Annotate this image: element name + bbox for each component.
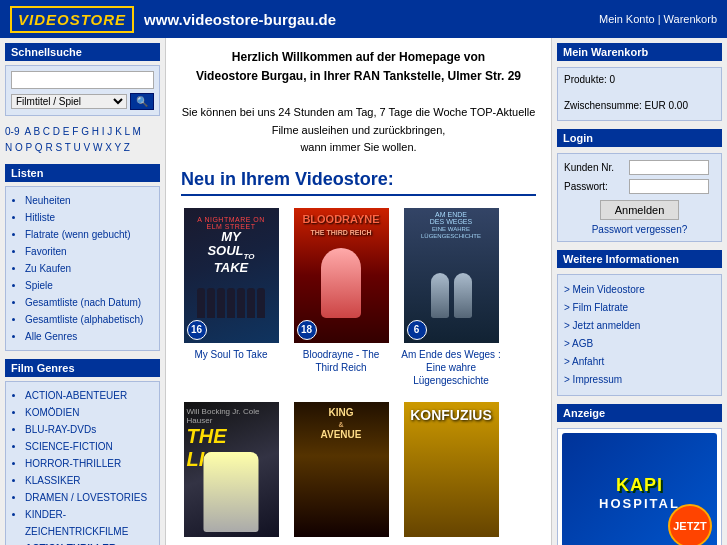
- search-row: Filmtitel / Spiel 🔍: [11, 93, 154, 110]
- jetzt-anmelden-link[interactable]: > Jetzt anmelden: [564, 317, 715, 335]
- anzeige-title: Anzeige: [557, 404, 722, 422]
- kunden-label: Kunden Nr.: [564, 162, 629, 173]
- schnellsuche-title: Schnellsuche: [5, 43, 160, 61]
- kunden-input[interactable]: [629, 160, 709, 175]
- movie-item-mysoul[interactable]: A NIGHTMARE ON ELM STREET MYSOULTOTAKE 1…: [181, 208, 281, 387]
- movie-poster-kinga: KING&AVENUE: [294, 402, 389, 537]
- movie-poster-konfuzius: KONFUZIUS: [404, 402, 499, 537]
- movie-poster-thelist: Will Bocking Jr. Cole Hauser THELIST: [184, 402, 279, 537]
- movie-item-amende[interactable]: AM ENDEDES WEGESEINE WAHRELÜGENGESCHICHT…: [401, 208, 501, 387]
- passwort-row: Passwort:: [564, 179, 715, 194]
- alpha-row1: 0-9 A B C D E F G H I J K L M: [5, 124, 160, 140]
- logo-area: VIDEOSTORE www.videostore-burgau.de: [10, 6, 336, 33]
- welcome-line2: Videostore Burgau, in Ihrer RAN Tankstel…: [196, 69, 521, 83]
- movie-row-1: A NIGHTMARE ON ELM STREET MYSOULTOTAKE 1…: [181, 208, 536, 387]
- header: VIDEOSTORE www.videostore-burgau.de Mein…: [0, 0, 727, 38]
- main-content: Herzlich Willkommen auf der Homepage von…: [165, 38, 552, 545]
- passwort-vergessen: Passwort vergessen?: [564, 224, 715, 235]
- list-item: Alle Genres: [25, 328, 154, 345]
- fsk-badge: 6: [407, 320, 427, 340]
- list-item: Spiele: [25, 277, 154, 294]
- movie-item-bloodrayne[interactable]: BLOODRAYNE THE THIRD REICH 18 Bloodrayne…: [291, 208, 391, 387]
- list-item: Flatrate (wenn gebucht): [25, 226, 154, 243]
- list-item: Zu Kaufen: [25, 260, 154, 277]
- movie-title: Am Ende des Weges : Eine wahre Lügengesc…: [401, 348, 501, 387]
- anfahrt-link[interactable]: > Anfahrt: [564, 353, 715, 371]
- logo: VIDEOSTORE: [10, 6, 134, 33]
- search-type-select[interactable]: Filmtitel / Spiel: [11, 94, 127, 109]
- layout: Schnellsuche Filmtitel / Spiel 🔍 0-9 A B…: [0, 38, 727, 545]
- film-flatrate-link[interactable]: > Film Flatrate: [564, 299, 715, 317]
- alpha-links: 0-9 A B C D E F G H I J K L M N O P Q R …: [5, 124, 160, 156]
- list-item: KINDER-ZEICHENTRICKFILME: [25, 506, 154, 540]
- warenkorb-header-link[interactable]: Warenkorb: [664, 13, 717, 25]
- list-item: DRAMEN / LOVESTORIES: [25, 489, 154, 506]
- movie-row-2: Will Bocking Jr. Cole Hauser THELIST KIN…: [181, 402, 536, 542]
- passwort-input[interactable]: [629, 179, 709, 194]
- weitere-title: Weitere Informationen: [557, 250, 722, 268]
- zwischensumme-value: EUR 0.00: [645, 100, 688, 111]
- agb-link[interactable]: > AGB: [564, 335, 715, 353]
- list-item: ACTION-ABENTEUER: [25, 387, 154, 404]
- warenkorb-title: Mein Warenkorb: [557, 43, 722, 61]
- passwort-label: Passwort:: [564, 181, 629, 192]
- list-item: SCIENCE-FICTION: [25, 438, 154, 455]
- mein-konto-link[interactable]: Mein Konto: [599, 13, 655, 25]
- produkte-label: Produkte:: [564, 74, 607, 85]
- search-input[interactable]: [11, 71, 154, 89]
- movie-poster-amende: AM ENDEDES WEGESEINE WAHRELÜGENGESCHICHT…: [404, 208, 499, 343]
- welcome-body2: wann immer Sie wollen.: [300, 141, 416, 153]
- zwischensumme-label: Zwischensumme:: [564, 100, 642, 111]
- alpha-row2: N O P Q R S T U V W X Y Z: [5, 140, 160, 156]
- list-item: HORROR-THRILLER: [25, 455, 154, 472]
- login-title: Login: [557, 129, 722, 147]
- genres-title: Film Genres: [5, 359, 160, 377]
- list-item: Favoriten: [25, 243, 154, 260]
- site-url: www.videostore-burgau.de: [144, 11, 336, 28]
- list-item: Hitliste: [25, 209, 154, 226]
- movie-item-konfuzius[interactable]: KONFUZIUS: [401, 402, 501, 542]
- listen-title: Listen: [5, 164, 160, 182]
- weitere-links: > Mein Videostore > Film Flatrate > Jetz…: [564, 281, 715, 389]
- movie-title: My Soul To Take: [194, 348, 267, 361]
- movie-poster-mysoul: A NIGHTMARE ON ELM STREET MYSOULTOTAKE 1…: [184, 208, 279, 343]
- listen-list: Neuheiten Hitliste Flatrate (wenn gebuch…: [25, 192, 154, 345]
- weitere-box: > Mein Videostore > Film Flatrate > Jetz…: [557, 274, 722, 396]
- produkte-row: Produkte: 0: [564, 74, 715, 85]
- anzeige-box: KAPI HOSPITAL JETZT: [557, 428, 722, 545]
- hospital-text: HOSPITAL: [599, 496, 680, 511]
- left-sidebar: Schnellsuche Filmtitel / Spiel 🔍 0-9 A B…: [0, 38, 165, 545]
- list-item: KOMÖDIEN: [25, 404, 154, 421]
- movie-item-thelist[interactable]: Will Bocking Jr. Cole Hauser THELIST: [181, 402, 281, 542]
- header-links: Mein Konto | Warenkorb: [599, 13, 717, 25]
- kapi-text: KAPI: [616, 475, 663, 496]
- listen-box: Neuheiten Hitliste Flatrate (wenn gebuch…: [5, 186, 160, 351]
- schnellsuche-box: Filmtitel / Spiel 🔍: [5, 65, 160, 116]
- neu-heading: Neu in Ihrem Videostore:: [181, 169, 536, 196]
- list-item: Gesamtliste (alphabetisch): [25, 311, 154, 328]
- right-sidebar: Mein Warenkorb Produkte: 0 Zwischensumme…: [552, 38, 727, 545]
- movie-item-kinga[interactable]: KING&AVENUE: [291, 402, 391, 542]
- impressum-link[interactable]: > Impressum: [564, 371, 715, 389]
- warenkorb-box: Produkte: 0 Zwischensumme: EUR 0.00: [557, 67, 722, 121]
- kunden-row: Kunden Nr.: [564, 160, 715, 175]
- jetzt-button[interactable]: JETZT: [668, 504, 712, 545]
- login-box: Kunden Nr. Passwort: Anmelden Passwort v…: [557, 153, 722, 242]
- genres-list: ACTION-ABENTEUER KOMÖDIEN BLU-RAY-DVDs S…: [25, 387, 154, 545]
- zwischensumme-row: Zwischensumme: EUR 0.00: [564, 100, 715, 111]
- welcome-text: Herzlich Willkommen auf der Homepage von…: [181, 48, 536, 157]
- welcome-body: Sie können bei uns 24 Stunden am Tag, 7 …: [182, 106, 536, 136]
- mein-videostore-link[interactable]: > Mein Videostore: [564, 281, 715, 299]
- movie-title: Bloodrayne - The Third Reich: [291, 348, 391, 374]
- list-item: BLU-RAY-DVDs: [25, 421, 154, 438]
- fsk-badge: 16: [187, 320, 207, 340]
- anzeige-inner: KAPI HOSPITAL JETZT: [562, 433, 717, 545]
- anmelden-button[interactable]: Anmelden: [600, 200, 680, 220]
- welcome-line1: Herzlich Willkommen auf der Homepage von: [232, 50, 485, 64]
- list-item: Gesamtliste (nach Datum): [25, 294, 154, 311]
- list-item: Neuheiten: [25, 192, 154, 209]
- search-button[interactable]: 🔍: [130, 93, 154, 110]
- genres-box: ACTION-ABENTEUER KOMÖDIEN BLU-RAY-DVDs S…: [5, 381, 160, 545]
- list-item: KLASSIKER: [25, 472, 154, 489]
- list-item: ACTION-THRILLER: [25, 540, 154, 545]
